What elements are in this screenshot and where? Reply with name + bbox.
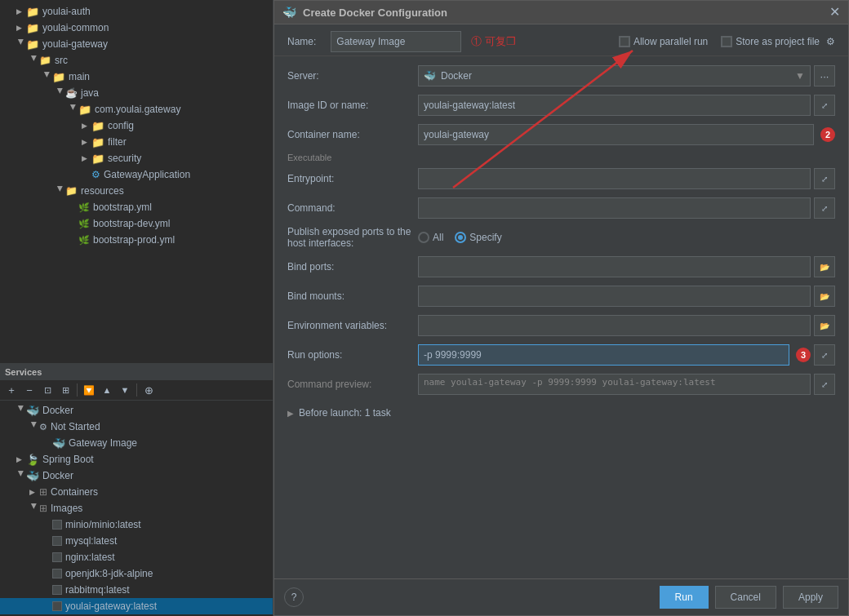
services-mysql[interactable]: ▶ mysql:latest	[0, 533, 273, 549]
bind-ports-browse-btn[interactable]: 📂	[814, 256, 835, 277]
toolbar-sep2	[136, 383, 137, 397]
run-options-expand-btn[interactable]: ⤢	[814, 344, 835, 366]
env-vars-browse-btn[interactable]: 📂	[814, 315, 835, 336]
executable-heading: Executable	[287, 153, 835, 162]
tree-item-resources[interactable]: ▶ 📁 resources	[0, 183, 273, 199]
entrypoint-control: ⤢	[418, 168, 835, 189]
docker-icon: 🐳	[26, 405, 39, 417]
server-options-btn[interactable]: ···	[814, 65, 835, 86]
image-checkbox-mysql[interactable]	[52, 536, 62, 546]
dialog-close-button[interactable]: ✕	[829, 6, 840, 19]
bind-ports-control: 📂	[418, 256, 835, 277]
yml-icon: 🌿	[78, 202, 90, 213]
services-containers[interactable]: ▶ ⊞ Containers	[0, 484, 273, 500]
tree-item-youlai-common[interactable]: ▶ 📁 youlai-common	[0, 20, 273, 36]
toolbar-up-btn[interactable]: ▲	[99, 382, 115, 398]
tree-item-youlai-gateway[interactable]: ▶ 📁 youlai-gateway	[0, 36, 273, 52]
env-vars-label: Environment variables:	[287, 320, 418, 331]
settings-icon: ⚙	[826, 36, 835, 47]
left-panel: ▶ 📁 youlai-auth ▶ 📁 youlai-common ▶ 📁 yo…	[0, 0, 273, 616]
allow-parallel-box[interactable]	[619, 36, 630, 47]
services-openjdk[interactable]: ▶ openjdk:8-jdk-alpine	[0, 565, 273, 582]
services-not-started[interactable]: ▶ ⚙ Not Started	[0, 419, 273, 435]
command-preview-label: Command preview:	[287, 379, 418, 390]
before-launch-section[interactable]: ▶ Before launch: 1 task	[287, 402, 835, 423]
command-expand-btn[interactable]: ⤢	[814, 197, 835, 219]
services-nginx[interactable]: ▶ nginx:latest	[0, 549, 273, 565]
services-gateway-image[interactable]: ▶ 🐳 Gateway Image	[0, 435, 273, 451]
docker-icon2: 🐳	[26, 470, 39, 482]
server-dropdown[interactable]: 🐳 Docker ▼	[418, 65, 811, 86]
tree-item-main[interactable]: ▶ 📁 main	[0, 69, 273, 85]
image-checkbox-openjdk[interactable]	[52, 569, 62, 578]
help-button[interactable]: ?	[284, 587, 304, 607]
bind-mounts-label: Bind mounts:	[287, 290, 418, 302]
image-expand-btn[interactable]: ⤢	[814, 95, 835, 116]
services-rabbitmq[interactable]: ▶ rabbitmq:latest	[0, 582, 273, 598]
toolbar-filter-btn[interactable]: 🔽	[81, 382, 97, 398]
tree-item-gateway-application[interactable]: ▶ ⚙ GatewayApplication	[0, 166, 273, 183]
container-name-control: 2	[418, 124, 835, 145]
toolbar-new-btn[interactable]: ⊕	[140, 382, 157, 398]
command-control: ⤢	[418, 197, 835, 219]
command-preview-expand-btn[interactable]: ⤢	[814, 374, 835, 395]
run-button[interactable]: Run	[660, 586, 709, 609]
not-started-icon: ⚙	[39, 422, 47, 432]
allow-parallel-checkbox[interactable]: Allow parallel run	[619, 36, 708, 47]
tree-item-bootstrap-yml[interactable]: ▶ 🌿 bootstrap.yml	[0, 199, 273, 215]
folder-icon: 📁	[91, 153, 104, 165]
services-docker-group2[interactable]: ▶ 🐳 Docker	[0, 468, 273, 484]
tree-item-config[interactable]: ▶ 📁 config	[0, 117, 273, 134]
image-checkbox-nginx[interactable]	[52, 552, 62, 562]
image-checkbox[interactable]	[52, 520, 62, 530]
bind-ports-input[interactable]	[418, 256, 811, 277]
store-as-project-checkbox[interactable]: Store as project file ⚙	[721, 36, 835, 47]
services-spring-boot[interactable]: ▶ 🍃 Spring Boot	[0, 451, 273, 468]
server-control: 🐳 Docker ▼ ···	[418, 65, 835, 86]
yml-dev-icon: 🌿	[78, 219, 90, 229]
run-options-input[interactable]	[418, 344, 789, 366]
store-as-project-box[interactable]	[721, 36, 732, 47]
toolbar-expand-btn[interactable]: ⊞	[57, 382, 73, 398]
services-minio[interactable]: ▶ minio/minio:latest	[0, 516, 273, 533]
all-radio[interactable]: All	[418, 232, 443, 243]
image-id-control: ⤢	[418, 95, 835, 116]
toolbar-down-btn[interactable]: ▼	[117, 382, 133, 398]
image-checkbox-youlai-gateway[interactable]	[52, 601, 62, 611]
services-docker-group[interactable]: ▶ 🐳 Docker	[0, 402, 273, 419]
all-radio-circle[interactable]	[418, 232, 429, 243]
tree-item-youlai-auth[interactable]: ▶ 📁 youlai-auth	[0, 3, 273, 20]
container-name-row: Container name: 2	[287, 123, 835, 146]
bind-mounts-browse-btn[interactable]: 📂	[814, 286, 835, 307]
entrypoint-expand-btn[interactable]: ⤢	[814, 168, 835, 189]
cancel-button[interactable]: Cancel	[715, 586, 776, 609]
container-name-input[interactable]	[418, 124, 814, 145]
dialog-body: Server: 🐳 Docker ▼ ··· Image ID or name:	[274, 56, 848, 578]
tree-item-src[interactable]: ▶ 📁 src	[0, 52, 273, 69]
tree-item-java[interactable]: ▶ ☕ java	[0, 85, 273, 101]
tree-item-security[interactable]: ▶ 📁 security	[0, 150, 273, 166]
bind-mounts-input[interactable]	[418, 286, 811, 307]
toolbar-add-btn[interactable]: +	[3, 382, 20, 398]
bind-mounts-control: 📂	[418, 286, 835, 307]
services-images[interactable]: ▶ ⊞ Images	[0, 500, 273, 516]
tree-item-filter[interactable]: ▶ 📁 filter	[0, 134, 273, 150]
image-checkbox-rabbitmq[interactable]	[52, 585, 62, 595]
env-vars-input[interactable]	[418, 315, 811, 336]
specify-radio-circle[interactable]	[455, 232, 466, 243]
image-id-input[interactable]	[418, 95, 811, 116]
toolbar-remove-btn[interactable]: −	[21, 382, 38, 398]
apply-button[interactable]: Apply	[783, 586, 838, 609]
tree-item-bootstrap-prod-yml[interactable]: ▶ 🌿 bootstrap-prod.yml	[0, 232, 273, 248]
specify-radio[interactable]: Specify	[455, 232, 501, 243]
name-input[interactable]	[331, 31, 461, 52]
services-youlai-gateway-latest[interactable]: ▶ youlai-gateway:latest	[0, 598, 273, 614]
services-title: Services	[5, 367, 42, 377]
docker-select-icon: 🐳	[424, 70, 436, 82]
tree-item-com-youlai-gateway[interactable]: ▶ 📁 com.youlai.gateway	[0, 101, 273, 117]
toolbar-collapse-btn[interactable]: ⊡	[39, 382, 56, 398]
services-header: Services	[0, 364, 273, 380]
command-input[interactable]	[418, 197, 811, 219]
entrypoint-input[interactable]	[418, 168, 811, 189]
tree-item-bootstrap-dev-yml[interactable]: ▶ 🌿 bootstrap-dev.yml	[0, 215, 273, 232]
